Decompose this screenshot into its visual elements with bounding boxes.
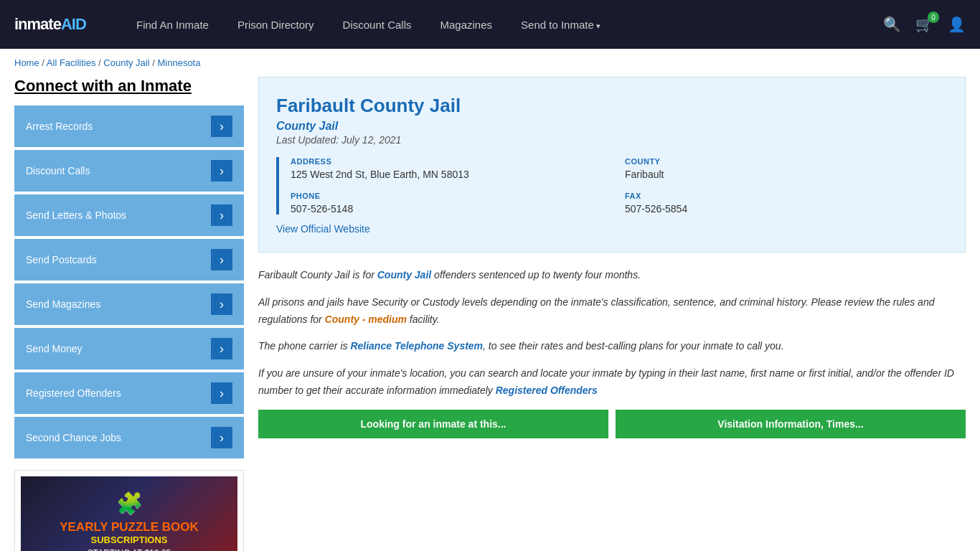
sidebar-item-discount-calls[interactable]: Discount Calls ›: [14, 150, 244, 192]
advertisement[interactable]: 🧩 YEARLY PUZZLE BOOK SUBSCRIPTIONS START…: [14, 470, 244, 551]
facility-address: ADDRESS 125 West 2nd St, Blue Earth, MN …: [291, 157, 613, 180]
breadcrumb-minnesota[interactable]: Minnesota: [157, 57, 200, 68]
nav-find-inmate[interactable]: Find An Inmate: [136, 19, 209, 31]
looking-for-inmate-button[interactable]: Looking for an inmate at this...: [258, 410, 608, 438]
chevron-right-icon: ›: [211, 160, 232, 182]
breadcrumb-all-facilities[interactable]: All Facilities: [47, 57, 96, 68]
county-jail-link[interactable]: County Jail: [377, 269, 431, 281]
chevron-right-icon: ›: [211, 382, 232, 404]
main-content: Faribault County Jail County Jail Last U…: [258, 77, 966, 551]
sidebar-item-label: Second Chance Jobs: [26, 432, 121, 443]
facility-phone: PHONE 507-526-5148: [291, 192, 613, 215]
puzzle-icon: 🧩: [28, 491, 230, 516]
official-website-link[interactable]: View Official Website: [276, 223, 370, 235]
registered-offenders-link[interactable]: Registered Offenders: [496, 385, 598, 396]
facility-updated: Last Updated: July 12, 2021: [276, 134, 948, 146]
sidebar-item-arrest-records[interactable]: Arrest Records ›: [14, 105, 244, 147]
sidebar-item-label: Registered Offenders: [26, 387, 121, 399]
sidebar-title: Connect with an Inmate: [14, 77, 244, 95]
desc-para3-suffix: , to see their rates and best-calling pl…: [483, 340, 783, 352]
bottom-buttons: Looking for an inmate at this... Visitat…: [258, 410, 966, 438]
nav-prison-directory[interactable]: Prison Directory: [237, 19, 314, 31]
county-medium-link[interactable]: County - medium: [325, 314, 407, 325]
breadcrumb-county-jail[interactable]: County Jail: [103, 57, 149, 68]
sidebar-item-registered-offenders[interactable]: Registered Offenders ›: [14, 372, 244, 414]
sidebar-item-send-postcards[interactable]: Send Postcards ›: [14, 239, 244, 281]
sidebar-item-second-chance-jobs[interactable]: Second Chance Jobs ›: [14, 417, 244, 458]
sidebar: Connect with an Inmate Arrest Records › …: [14, 77, 244, 551]
facility-info-grid: ADDRESS 125 West 2nd St, Blue Earth, MN …: [276, 157, 948, 215]
county-value: Faribault: [625, 169, 948, 180]
desc-para3-prefix: The phone carrier is: [258, 340, 350, 352]
desc-para1-suffix: offenders sentenced up to twenty four mo…: [431, 269, 641, 281]
desc-para4: If you are unsure of your inmate's locat…: [258, 365, 966, 400]
logo-text: inmateAID: [14, 15, 86, 34]
main-nav: Find An Inmate Prison Directory Discount…: [136, 19, 862, 31]
phone-carrier-link[interactable]: Reliance Telephone System: [350, 340, 483, 352]
sidebar-item-label: Arrest Records: [26, 121, 93, 132]
nav-discount-calls[interactable]: Discount Calls: [343, 19, 412, 31]
desc-para4-text: If you are unsure of your inmate's locat…: [258, 367, 954, 396]
address-label: ADDRESS: [291, 157, 613, 166]
desc-para2-suffix: facility.: [407, 314, 440, 325]
facility-card: Faribault County Jail County Jail Last U…: [258, 77, 966, 253]
header-icons: 🔍 🛒 0 👤: [883, 16, 966, 33]
chevron-right-icon: ›: [211, 204, 232, 226]
search-icon[interactable]: 🔍: [883, 16, 901, 33]
breadcrumb: Home / All Facilities / County Jail / Mi…: [0, 49, 980, 77]
desc-para2: All prisons and jails have Security or C…: [258, 294, 966, 329]
county-label: COUNTY: [625, 157, 948, 166]
sidebar-menu: Arrest Records › Discount Calls › Send L…: [14, 105, 244, 458]
phone-label: PHONE: [291, 192, 613, 200]
sidebar-item-send-money[interactable]: Send Money ›: [14, 328, 244, 369]
cart-icon[interactable]: 🛒 0: [915, 16, 933, 33]
nav-magazines[interactable]: Magazines: [440, 19, 492, 31]
address-value: 125 West 2nd St, Blue Earth, MN 58013: [291, 169, 613, 180]
logo[interactable]: inmateAID: [14, 15, 115, 34]
ad-content: 🧩 YEARLY PUZZLE BOOK SUBSCRIPTIONS START…: [21, 476, 237, 551]
breadcrumb-home[interactable]: Home: [14, 57, 39, 68]
ad-price: STARTING AT $19.95: [28, 548, 230, 551]
facility-description: Faribault County Jail is for County Jail…: [258, 267, 966, 400]
desc-para3: The phone carrier is Reliance Telephone …: [258, 338, 966, 355]
main-layout: Connect with an Inmate Arrest Records › …: [0, 77, 980, 551]
facility-name: Faribault County Jail: [276, 95, 948, 117]
sidebar-item-label: Send Money: [26, 343, 83, 354]
facility-county: COUNTY Faribault: [625, 157, 948, 180]
ad-subtitle: SUBSCRIPTIONS: [28, 534, 230, 545]
user-icon[interactable]: 👤: [948, 16, 966, 33]
phone-value: 507-526-5148: [291, 203, 613, 215]
fax-value: 507-526-5854: [625, 203, 948, 215]
desc-para1-prefix: Faribault County Jail is for: [258, 269, 377, 281]
chevron-right-icon: ›: [211, 116, 232, 137]
sidebar-item-label: Send Letters & Photos: [26, 209, 126, 221]
chevron-right-icon: ›: [211, 427, 232, 448]
sidebar-item-send-magazines[interactable]: Send Magazines ›: [14, 283, 244, 325]
fax-label: FAX: [625, 192, 948, 200]
sidebar-item-send-letters[interactable]: Send Letters & Photos ›: [14, 194, 244, 236]
site-header: inmateAID Find An Inmate Prison Director…: [0, 0, 980, 49]
chevron-right-icon: ›: [211, 249, 232, 270]
sidebar-item-label: Send Postcards: [26, 254, 97, 265]
chevron-right-icon: ›: [211, 338, 232, 359]
facility-type: County Jail: [276, 120, 948, 133]
sidebar-item-label: Discount Calls: [26, 165, 90, 176]
sidebar-item-label: Send Magazines: [26, 298, 100, 310]
cart-badge: 0: [928, 11, 939, 23]
chevron-right-icon: ›: [211, 293, 232, 315]
facility-fax: FAX 507-526-5854: [625, 192, 948, 215]
nav-send-to-inmate[interactable]: Send to Inmate: [521, 19, 600, 31]
desc-para1: Faribault County Jail is for County Jail…: [258, 267, 966, 284]
visitation-info-button[interactable]: Visitation Information, Times...: [616, 410, 966, 438]
ad-title: YEARLY PUZZLE BOOK: [28, 520, 230, 534]
